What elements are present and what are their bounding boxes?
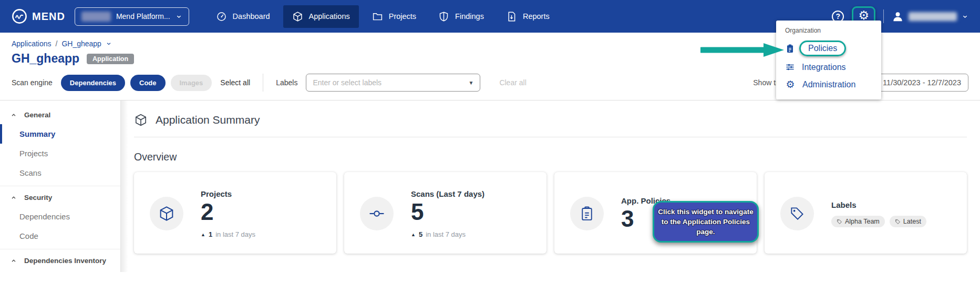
sidebar-section-security-header[interactable]: Security xyxy=(0,188,120,207)
chip-dependencies[interactable]: Dependencies xyxy=(61,75,125,91)
card-value: 2 xyxy=(201,199,255,225)
delta-note: in last 7 days xyxy=(426,230,466,238)
avatar-icon xyxy=(892,11,904,23)
overview-title: Overview xyxy=(134,151,967,163)
nav-item-findings[interactable]: Findings xyxy=(429,5,493,28)
sidebar-section-security: Security Dependencies Code xyxy=(0,186,120,248)
administration-gear-icon: ⚙ xyxy=(785,79,796,89)
cube-icon xyxy=(134,113,148,127)
breadcrumb-separator: / xyxy=(56,39,58,48)
menu-item-policies[interactable]: Policies xyxy=(776,38,881,58)
delta-value: 1 xyxy=(209,230,212,238)
sidebar-section-label: Dependencies Inventory xyxy=(24,257,106,265)
nav-item-label: Projects xyxy=(389,12,416,21)
menu-item-label: Integrations xyxy=(802,63,846,72)
overview-cards: Projects 2 ▲ 1 in last 7 days Scans xyxy=(134,172,967,254)
cube-icon xyxy=(150,197,183,230)
chevron-up-icon xyxy=(11,258,17,264)
breadcrumb-applications[interactable]: Applications xyxy=(12,39,51,48)
section-divider xyxy=(134,137,967,137)
clipboard-icon xyxy=(570,197,604,230)
scans-card[interactable]: Scans (Last 7 days) 5 ▲ 5 in last 7 days xyxy=(344,172,546,254)
clear-all-link[interactable]: Clear all xyxy=(499,78,526,87)
nav-item-applications[interactable]: Applications xyxy=(283,5,359,28)
menu-item-label: Administration xyxy=(802,80,855,89)
sidebar-item-projects[interactable]: Projects xyxy=(0,144,120,163)
redacted-username xyxy=(909,12,957,21)
shield-icon xyxy=(438,11,449,22)
sidebar-section-dependencies-inventory-header[interactable]: Dependencies Inventory xyxy=(0,251,120,270)
nav-item-label: Dashboard xyxy=(233,12,270,21)
sidebar-section-dependencies-inventory: Dependencies Inventory xyxy=(0,249,120,272)
date-range-picker[interactable]: 11/30/2023 - 12/7/2023 xyxy=(875,74,968,92)
policies-highlight: Policies xyxy=(799,41,846,56)
application-badge: Application xyxy=(87,54,134,64)
breadcrumb-current[interactable]: GH_gheapp xyxy=(61,39,101,48)
card-label: Projects xyxy=(201,189,255,198)
label-chip-alpha-team[interactable]: Alpha Team xyxy=(831,216,885,227)
select-all-link[interactable]: Select all xyxy=(220,78,250,87)
nav-item-label: Applications xyxy=(309,12,350,21)
nav-item-reports[interactable]: Reports xyxy=(497,5,559,28)
filter-divider xyxy=(263,74,263,92)
redacted-org-name xyxy=(81,12,111,22)
nav-item-projects[interactable]: Projects xyxy=(363,5,425,28)
sidebar-item-summary[interactable]: Summary xyxy=(0,124,120,144)
menu-item-label: Policies xyxy=(808,44,837,53)
app-policies-card[interactable]: App. Policies 3 Click this widget to nav… xyxy=(554,172,757,254)
nav-item-label: Findings xyxy=(455,12,484,21)
dashboard-icon xyxy=(216,11,227,22)
labels-label: Labels xyxy=(276,78,297,87)
mend-logo-icon xyxy=(12,8,27,24)
sidebar: General Summary Projects Scans Security … xyxy=(0,100,121,272)
menu-section-label: Organization xyxy=(776,26,881,38)
sidebar-item-scans[interactable]: Scans xyxy=(0,163,120,183)
card-label: Labels xyxy=(831,200,926,209)
chevron-down-icon xyxy=(176,13,182,20)
folder-icon xyxy=(372,11,383,22)
nav-item-label: Reports xyxy=(523,12,550,21)
org-selector[interactable]: Mend Platform... xyxy=(75,7,189,26)
sidebar-item-code[interactable]: Code xyxy=(0,226,120,246)
brand-name: MEND xyxy=(32,11,65,23)
sidebar-section-general: General Summary Projects Scans xyxy=(0,105,120,185)
menu-item-integrations[interactable]: Integrations xyxy=(776,58,881,76)
mend-logo[interactable]: MEND xyxy=(12,8,65,24)
dropdown-caret-icon[interactable]: ▼ xyxy=(468,80,473,86)
integrations-sliders-icon xyxy=(785,62,795,72)
delta-note: in last 7 days xyxy=(215,230,255,238)
card-label: Scans (Last 7 days) xyxy=(411,189,484,198)
chevron-up-icon xyxy=(11,195,17,201)
projects-card[interactable]: Projects 2 ▲ 1 in last 7 days xyxy=(134,172,336,254)
applications-cube-icon xyxy=(292,11,303,22)
primary-nav: Dashboard Applications Projects xyxy=(207,5,559,28)
label-chips: Alpha Team Latest xyxy=(831,216,926,227)
sidebar-item-dependencies[interactable]: Dependencies xyxy=(0,207,120,226)
tag-icon xyxy=(780,197,814,230)
labels-select[interactable]: ▼ xyxy=(306,74,480,92)
chip-images[interactable]: Images xyxy=(171,75,212,91)
scan-engine-label: Scan engine xyxy=(12,78,53,87)
nav-item-dashboard[interactable]: Dashboard xyxy=(207,5,279,28)
triangle-up-icon: ▲ xyxy=(201,232,205,237)
labels-input[interactable] xyxy=(313,78,464,87)
report-file-icon xyxy=(506,11,517,22)
label-chip-text: Latest xyxy=(903,218,921,225)
card-body: Labels Alpha Team Latest xyxy=(831,182,926,245)
labels-card[interactable]: Labels Alpha Team Latest xyxy=(765,172,967,254)
chevron-up-icon xyxy=(11,112,17,118)
org-selector-label: Mend Platform... xyxy=(116,12,170,21)
user-menu[interactable] xyxy=(892,11,968,23)
policies-widget-tooltip: Click this widget to navigate to the App… xyxy=(653,201,759,243)
sidebar-section-label: General xyxy=(24,111,50,119)
card-delta: ▲ 5 in last 7 days xyxy=(411,230,484,238)
menu-item-administration[interactable]: ⚙ Administration xyxy=(776,76,881,93)
delta-value: 5 xyxy=(419,230,422,238)
application-summary-header: Application Summary xyxy=(134,113,967,127)
triangle-up-icon: ▲ xyxy=(411,232,416,237)
label-chip-latest[interactable]: Latest xyxy=(890,216,926,227)
chevron-down-icon[interactable] xyxy=(106,41,112,47)
sidebar-section-general-header[interactable]: General xyxy=(0,106,120,124)
page-title: GH_gheapp xyxy=(12,52,79,66)
chip-code[interactable]: Code xyxy=(130,75,166,91)
